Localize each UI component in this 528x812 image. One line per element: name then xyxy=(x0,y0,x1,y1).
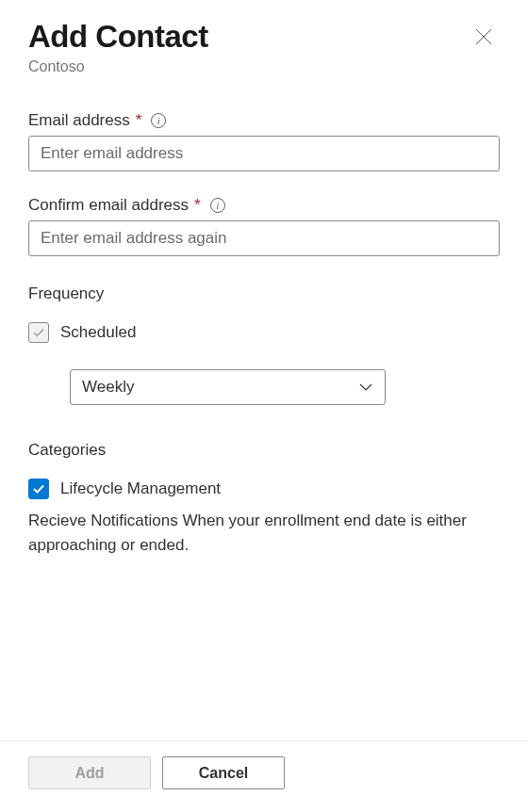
frequency-label: Frequency xyxy=(28,284,500,303)
lifecycle-checkbox[interactable] xyxy=(28,479,49,499)
close-button[interactable] xyxy=(468,21,500,53)
page-subtitle: Contoso xyxy=(28,58,208,75)
page-title: Add Contact xyxy=(28,19,208,55)
cancel-button[interactable]: Cancel xyxy=(162,756,285,789)
add-button[interactable]: Add xyxy=(28,756,151,789)
required-indicator: * xyxy=(194,196,201,215)
scheduled-checkbox xyxy=(28,322,49,343)
close-icon xyxy=(475,28,492,45)
confirm-email-label: Confirm email address xyxy=(28,196,189,215)
frequency-select-value: Weekly xyxy=(82,378,134,397)
email-label: Email address xyxy=(28,111,130,130)
info-icon[interactable]: i xyxy=(210,198,225,213)
required-indicator: * xyxy=(136,111,142,130)
lifecycle-description: Recieve Notifications When your enrollme… xyxy=(28,509,500,557)
checkmark-icon xyxy=(32,326,45,339)
scheduled-label: Scheduled xyxy=(60,323,136,342)
checkmark-icon xyxy=(32,482,45,495)
categories-label: Categories xyxy=(28,441,500,460)
chevron-down-icon xyxy=(358,380,373,395)
info-icon[interactable]: i xyxy=(151,113,166,128)
frequency-select[interactable]: Weekly xyxy=(70,369,386,405)
email-input[interactable] xyxy=(28,136,500,171)
confirm-email-input[interactable] xyxy=(28,220,500,256)
lifecycle-label: Lifecycle Management xyxy=(60,479,221,498)
